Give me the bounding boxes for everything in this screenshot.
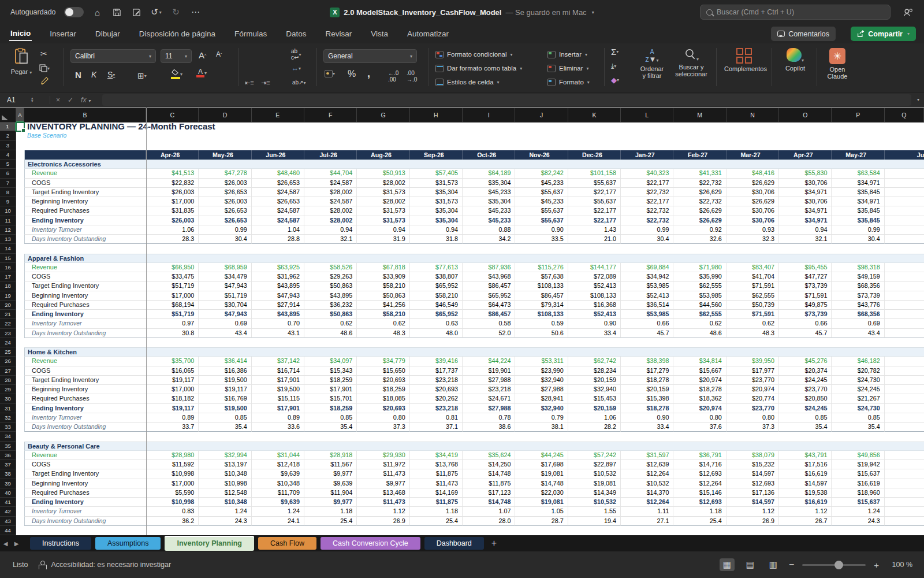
cell-P4[interactable]: May-27 <box>832 150 884 160</box>
row-header-27[interactable]: 27 <box>0 366 16 376</box>
cell-Q10[interactable] <box>885 206 924 216</box>
row-header-37[interactable]: 37 <box>0 460 16 469</box>
presence-icon[interactable] <box>902 6 914 18</box>
borders-button[interactable]: ⊞▾ <box>137 71 147 80</box>
cell-D39[interactable]: $10,998 <box>199 479 251 488</box>
cell-D21[interactable]: $47,943 <box>199 310 251 319</box>
row-header-6[interactable]: 6 <box>0 169 16 178</box>
cell-J27[interactable]: $23,990 <box>515 366 568 376</box>
cell-A24[interactable] <box>16 338 24 347</box>
cell-M41[interactable]: $12,693 <box>673 498 726 507</box>
cell-A15[interactable] <box>16 254 24 263</box>
cell-Q13[interactable] <box>885 235 924 244</box>
cell-C39[interactable]: $17,000 <box>146 479 199 488</box>
cell-K17[interactable]: $72,089 <box>568 272 621 281</box>
cell-E10[interactable]: $24,587 <box>252 206 304 216</box>
cell-J31[interactable]: $32,940 <box>515 404 568 413</box>
section-header-electronics-accessories[interactable]: Electronics Accessories <box>24 160 146 169</box>
cell-F18[interactable]: $50,863 <box>304 281 357 291</box>
fx-icon[interactable]: fx ▾ <box>81 96 91 104</box>
cell-G39[interactable]: $9,977 <box>357 479 409 488</box>
cell-Q20[interactable] <box>885 301 924 310</box>
cell-A18[interactable] <box>16 281 24 291</box>
cell-L39[interactable]: $10,532 <box>621 479 673 488</box>
cell-Q18[interactable] <box>885 281 924 291</box>
cell-M13[interactable]: 32.6 <box>673 235 726 244</box>
cell-A2[interactable] <box>16 131 24 140</box>
cell-A43[interactable] <box>16 517 24 526</box>
cell-O41[interactable]: $16,619 <box>779 498 832 507</box>
cell-F13[interactable]: 32.1 <box>304 235 357 244</box>
cell-E27[interactable]: $16,714 <box>252 366 304 376</box>
cell-N26[interactable]: $39,950 <box>726 357 779 366</box>
wrap-text-button[interactable]: abc↩▾ <box>291 48 301 61</box>
formula-input[interactable] <box>102 94 911 106</box>
cell-C38[interactable]: $10,998 <box>146 469 199 479</box>
cell-G41[interactable]: $11,473 <box>357 498 409 507</box>
cell-D13[interactable]: 30.4 <box>199 235 251 244</box>
decrease-font-button[interactable]: Aˇ <box>216 50 222 58</box>
cell-M16[interactable]: $71,980 <box>673 263 726 272</box>
cell-C42[interactable]: 0.83 <box>146 507 199 516</box>
cell-J38[interactable]: $19,081 <box>515 469 568 479</box>
cell-J28[interactable]: $32,940 <box>515 376 568 385</box>
cell-A29[interactable] <box>16 385 24 394</box>
cell-D22[interactable]: 0.69 <box>199 319 251 328</box>
cell-Q29[interactable] <box>885 385 924 394</box>
cell-I9[interactable]: $35,304 <box>463 197 515 206</box>
cell-Q26[interactable] <box>885 357 924 366</box>
column-header-L[interactable]: L <box>621 108 673 123</box>
cell-G22[interactable]: 0.62 <box>357 319 409 328</box>
bold-button[interactable]: N <box>75 70 81 80</box>
cell-C21[interactable]: $51,719 <box>146 310 199 319</box>
cell-K41[interactable]: $10,532 <box>568 498 621 507</box>
cell-I30[interactable]: $24,671 <box>463 394 515 403</box>
cell-L26[interactable]: $38,398 <box>621 357 673 366</box>
cell-P7[interactable]: $34,971 <box>832 179 884 188</box>
cell-M29[interactable]: $18,278 <box>673 385 726 394</box>
cell-G30[interactable]: $18,085 <box>357 394 409 403</box>
cell-N29[interactable]: $20,974 <box>726 385 779 394</box>
cell-A20[interactable] <box>16 301 24 310</box>
cell-Q28[interactable] <box>885 376 924 385</box>
cell-B13[interactable]: Days Inventory Outstanding <box>24 235 146 244</box>
cell-F12[interactable]: 0.94 <box>304 225 357 235</box>
name-box-spinner[interactable]: ▲▼ <box>31 97 34 103</box>
cell-O26[interactable]: $45,276 <box>779 357 832 366</box>
cell-J21[interactable]: $108,133 <box>515 310 568 319</box>
cell-M9[interactable]: $22,732 <box>673 197 726 206</box>
cell-H22[interactable]: 0.63 <box>410 319 463 328</box>
cell-Q37[interactable] <box>885 460 924 469</box>
find-select-button[interactable]: ▾ Buscar yseleccionar <box>671 48 711 77</box>
cell-E29[interactable]: $19,500 <box>252 385 304 394</box>
decrease-decimal-button[interactable]: .00→.0 <box>407 70 417 83</box>
cell-M36[interactable]: $36,791 <box>673 451 726 460</box>
ribbon-tab-revisar[interactable]: Revisar <box>324 27 353 40</box>
cell-G8[interactable]: $31,573 <box>357 188 409 197</box>
comments-button[interactable]: Comentarios <box>771 27 836 41</box>
cell-E23[interactable]: 43.1 <box>252 329 304 338</box>
cell-B28[interactable]: Target Ending Inventory <box>24 376 146 385</box>
cell-A23[interactable] <box>16 329 24 338</box>
cell-I41[interactable]: $14,748 <box>463 498 515 507</box>
cell-L12[interactable]: 0.99 <box>621 225 673 235</box>
cell-Q6[interactable] <box>885 169 924 178</box>
cell-I29[interactable]: $23,218 <box>463 385 515 394</box>
cell-A11[interactable] <box>16 216 24 225</box>
cell-E36[interactable]: $31,044 <box>252 451 304 460</box>
cell-A25[interactable] <box>16 347 24 357</box>
cell-A13[interactable] <box>16 235 24 244</box>
cell-G6[interactable]: $50,913 <box>357 169 409 178</box>
add-sheet-button[interactable]: + <box>491 538 497 549</box>
cell-G26[interactable]: $34,779 <box>357 357 409 366</box>
cell-G37[interactable]: $11,972 <box>357 460 409 469</box>
cell-Q42[interactable] <box>885 507 924 516</box>
view-page-layout-button[interactable]: ▤ <box>743 558 758 571</box>
cell-J26[interactable]: $53,311 <box>515 357 568 366</box>
cell-I36[interactable]: $35,624 <box>463 451 515 460</box>
cell-J11[interactable]: $55,637 <box>515 216 568 225</box>
cell-G29[interactable]: $18,259 <box>357 385 409 394</box>
cell-N21[interactable]: $71,591 <box>726 310 779 319</box>
cell-P37[interactable]: $19,942 <box>832 460 884 469</box>
cell-D12[interactable]: 0.99 <box>199 225 251 235</box>
